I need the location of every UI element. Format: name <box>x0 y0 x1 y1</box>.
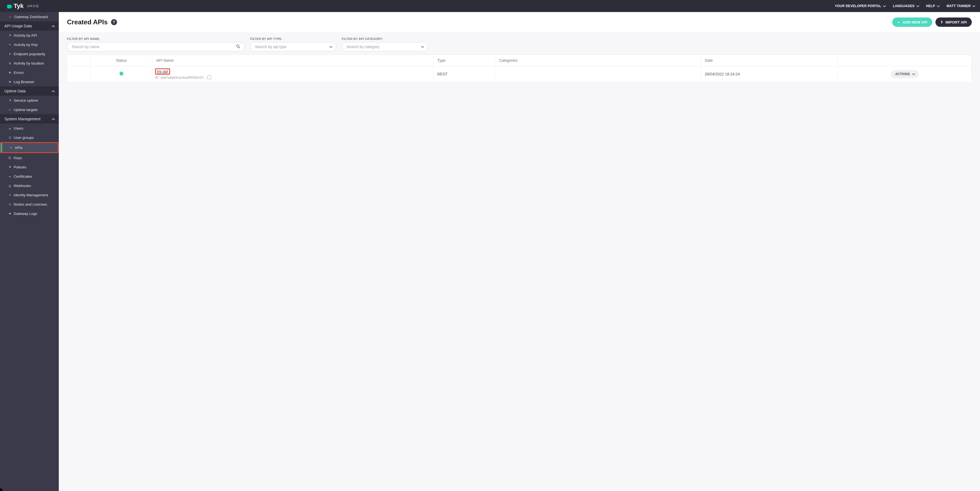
column-date[interactable]: Date <box>701 55 838 66</box>
sidebar-group-label: API Usage Data <box>5 24 32 28</box>
sidebar-item-activity-location[interactable]: ⊕ Activity by location <box>0 59 59 68</box>
api-name-link[interactable]: my api <box>155 68 170 75</box>
chevron-up-icon <box>52 90 55 93</box>
import-api-button[interactable]: ⇪ IMPORT API <box>935 17 972 27</box>
row-date-cell: 28/04/2022 18:24:24 <box>701 66 838 82</box>
sidebar-item-activity-api[interactable]: ⚗ Activity by API <box>0 31 59 40</box>
sidebar-item-label: Errors <box>14 70 24 75</box>
help-menu[interactable]: HELP <box>926 4 939 8</box>
chevron-down-icon <box>883 4 886 7</box>
column-checkbox <box>67 55 91 66</box>
row-name-cell: my api ID: bde7a6a04ca14caf55f1fb237... <box>152 66 433 82</box>
sidebar-item-service-uptime[interactable]: ⚗ Service uptime <box>0 96 59 105</box>
targets-icon: ≡ <box>8 108 11 111</box>
column-status[interactable]: Status <box>91 55 152 66</box>
search-icon[interactable] <box>236 44 240 49</box>
column-type[interactable]: Type <box>433 55 495 66</box>
uptime-icon: ⚗ <box>8 99 11 102</box>
filter-type-select[interactable] <box>250 42 336 51</box>
sidebar-item-gateway-dashboard[interactable]: ▭ Gateway Dashboard <box>0 12 59 21</box>
topbar: Tyk (v4.0.0) YOUR DEVELOPER PORTAL LANGU… <box>0 0 980 12</box>
sidebar-item-label: Certificates <box>14 175 32 178</box>
sidebar-item-label: Service uptime <box>14 99 38 103</box>
sidebar-item-endpoint-popularity[interactable]: ✷ Endpoint popularity <box>0 49 59 59</box>
row-checkbox-cell[interactable] <box>67 66 91 82</box>
sidebar-item-label: Nodes and Licenses <box>14 202 47 207</box>
sidebar-item-identity-management[interactable]: ↺ Identity Management <box>0 190 59 200</box>
sidebar-group-uptime[interactable]: Uptime Data <box>0 86 59 96</box>
sidebar-item-activity-key[interactable]: ✎ Activity by Key <box>0 40 59 49</box>
filter-category-label: FILTER BY API CATEGORY: <box>342 37 428 40</box>
sidebar-item-label: Activity by API <box>14 33 37 37</box>
keys-icon: ⚿ <box>8 156 11 159</box>
row-actions-button[interactable]: ACTIONS <box>891 70 919 78</box>
nodes-icon: ☷ <box>8 203 11 206</box>
button-label: ADD NEW API <box>903 20 927 24</box>
column-categories[interactable]: Categories <box>495 55 700 66</box>
row-actions-cell: ACTIONS <box>838 66 972 82</box>
policies-icon: ⚑ <box>8 165 11 169</box>
filter-name-input-wrap[interactable] <box>67 42 245 51</box>
sidebar-item-label: APIs <box>15 146 23 150</box>
sidebar-item-label: Gateway Logs <box>14 211 37 216</box>
sidebar-group-system-management[interactable]: System Management <box>0 114 59 124</box>
status-active-icon <box>119 72 123 75</box>
filter-category-input[interactable] <box>347 44 421 49</box>
filter-name-input[interactable] <box>72 44 236 49</box>
sidebar-item-label: Log Browser <box>14 80 35 84</box>
sidebar-item-label: Users <box>14 126 23 130</box>
sidebar-item-errors[interactable]: ✱ Errors <box>0 68 59 77</box>
developer-portal-link[interactable]: YOUR DEVELOPER PORTAL <box>835 4 885 8</box>
topbar-left: Tyk (v4.0.0) <box>6 2 38 10</box>
sidebar-item-uptime-targets[interactable]: ≡ Uptime targets <box>0 105 59 114</box>
filters-row: FILTER BY API NAME: FILTER BY API TYPE: <box>59 32 980 55</box>
chevron-down-icon <box>329 45 332 48</box>
svg-point-0 <box>237 45 239 47</box>
languages-menu[interactable]: LANGUAGES <box>893 4 918 8</box>
filter-category-select[interactable] <box>342 42 428 51</box>
webhooks-icon: ⚓ <box>8 184 11 187</box>
sidebar-item-label: Keys <box>14 156 22 160</box>
sidebar-item-apis[interactable]: ✦ APIs <box>1 143 58 152</box>
sidebar-item-log-browser[interactable]: ✹ Log Browser <box>0 77 59 86</box>
chevron-up-icon <box>52 118 55 121</box>
copy-icon[interactable] <box>208 76 211 79</box>
page-header: Created APIs ? ＋ ADD NEW API ⇪ IMPORT AP… <box>59 12 980 32</box>
sidebar-item-policies[interactable]: ⚑ Policies <box>0 162 59 172</box>
column-api-name[interactable]: API Name <box>152 55 433 66</box>
button-label: ACTIONS <box>895 72 910 76</box>
add-new-api-button[interactable]: ＋ ADD NEW API <box>892 17 932 27</box>
identity-icon: ↺ <box>8 193 11 197</box>
api-id-row: ID: bde7a6a04ca14caf55f1fb237... <box>155 76 430 79</box>
brand-logo[interactable]: Tyk <box>6 2 24 10</box>
sidebar-group-label: System Management <box>5 117 40 121</box>
location-icon: ⊕ <box>8 62 11 65</box>
table-row: my api ID: bde7a6a04ca14caf55f1fb237... … <box>67 66 972 82</box>
row-status-cell <box>91 66 152 82</box>
sidebar-item-nodes-licenses[interactable]: ☷ Nodes and Licenses <box>0 200 59 209</box>
chevron-down-icon <box>937 4 940 7</box>
sidebar-item-users[interactable]: ▲ Users <box>0 124 59 133</box>
sidebar-item-webhooks[interactable]: ⚓ Webhooks <box>0 181 59 190</box>
languages-label: LANGUAGES <box>893 4 915 8</box>
column-actions <box>838 55 972 66</box>
sidebar-item-label: Identity Management <box>14 193 48 197</box>
topbar-right: YOUR DEVELOPER PORTAL LANGUAGES HELP MAT… <box>835 4 975 8</box>
apis-table: Status API Name Type Categories Date <box>67 55 972 82</box>
sidebar-item-certificates[interactable]: ● Certificates <box>0 172 59 181</box>
sidebar-item-label: Gateway Dashboard <box>14 15 48 19</box>
sidebar-item-gateway-logs[interactable]: ✹ Gateway Logs <box>0 209 59 218</box>
sidebar-group-api-usage[interactable]: API Usage Data <box>0 21 59 31</box>
help-icon[interactable]: ? <box>111 19 117 25</box>
sidebar-item-label: Activity by location <box>14 61 44 65</box>
user-menu[interactable]: MATT TANNER <box>947 4 975 8</box>
chevron-down-icon <box>912 72 915 75</box>
main-content: Created APIs ? ＋ ADD NEW API ⇪ IMPORT AP… <box>59 12 980 491</box>
sidebar-item-label: Uptime targets <box>14 108 38 112</box>
filter-type-input[interactable] <box>255 44 329 49</box>
sidebar-item-keys[interactable]: ⚿ Keys <box>0 153 59 162</box>
sidebar-item-user-groups[interactable]: ☰ User groups <box>0 133 59 142</box>
dashboard-icon: ▭ <box>8 15 11 18</box>
version-label: (v4.0.0) <box>27 4 38 8</box>
button-label: IMPORT API <box>945 20 967 24</box>
